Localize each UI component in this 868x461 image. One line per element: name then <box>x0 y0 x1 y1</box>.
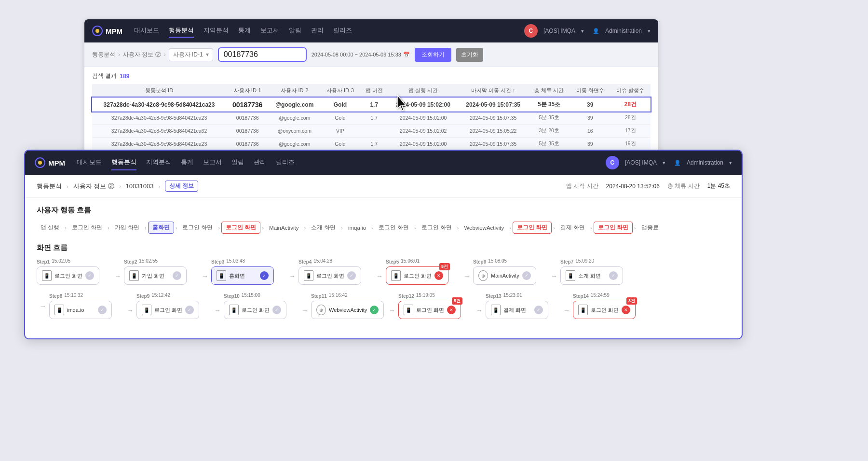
fg-nav-stats[interactable]: 통계 <box>181 155 193 170</box>
bg-user-chevron-icon[interactable]: ▾ <box>648 28 651 34</box>
bg-user-icon: 👤 <box>593 28 599 34</box>
fg-nav-behavior[interactable]: 행동분석 <box>111 155 136 170</box>
bg-nav-release[interactable]: 릴리즈 <box>333 24 352 38</box>
table-row[interactable]: 327a28dc-4a30-42c8-9c98-5d840421ca23 001… <box>92 138 651 151</box>
step-connector-arrow-icon: → <box>124 298 136 314</box>
flow-step[interactable]: 로그인 화면 <box>221 222 260 234</box>
bg-nav-dashboard[interactable]: 대시보드 <box>134 24 159 38</box>
fg-nav-region[interactable]: 지역분석 <box>146 155 171 170</box>
cell-id: 327a28dc-4a30-42c8-9c98-5d840421ca23 <box>92 138 226 151</box>
step-connector-arrow-icon: → <box>373 264 386 280</box>
bg-nav-region[interactable]: 지역분석 <box>203 24 229 38</box>
screen-step-num: Step11 <box>311 293 327 299</box>
fg-nav-manage[interactable]: 관리 <box>254 155 266 170</box>
cell-uid3: Gold <box>320 98 360 112</box>
cell-total: 5분 35초 <box>528 112 570 125</box>
flow-step[interactable]: 로그인 화면 <box>594 222 633 234</box>
cell-start: 2024-05-09 15:02:00 <box>388 138 458 151</box>
screen-step: Step115:02:05📱로그인 화면✓ <box>37 258 111 285</box>
bg-nav-report[interactable]: 보고서 <box>260 24 279 38</box>
flow-arrow-icon: › <box>63 225 68 231</box>
bg-chevron-down-icon[interactable]: ▾ <box>581 28 584 34</box>
flow-step[interactable]: 소개 화면 <box>307 222 339 233</box>
screen-card[interactable]: ⊕MainActivity✓ <box>473 266 536 285</box>
screen-step-num: Step4 <box>298 259 312 265</box>
screen-card[interactable]: 5건📱로그인 화면✕ <box>398 301 461 319</box>
bg-nav-alert[interactable]: 알림 <box>289 24 301 38</box>
flow-step[interactable]: 로그인 화면 <box>375 222 413 233</box>
screen-step: Step715:09:20📱소개 화면✓ <box>560 258 635 285</box>
screen-step-num: Step2 <box>124 259 137 265</box>
table-row[interactable]: 327a28dc-4a30-42c8-9c98-5d840421ca23 001… <box>92 112 651 125</box>
fg-nav-alert[interactable]: 알림 <box>231 155 244 170</box>
screen-card[interactable]: ⊕WebviewActivity✓ <box>311 301 384 319</box>
screen-card[interactable]: 3건📱로그인 화면✕ <box>573 301 636 319</box>
fg-user-icon: 👤 <box>674 160 681 166</box>
fg-user-chevron-icon[interactable]: ▾ <box>729 160 732 166</box>
flow-step[interactable]: imqa.io <box>344 223 370 233</box>
flow-step[interactable]: 로그인 화면 <box>418 222 456 233</box>
flow-step[interactable]: 가입 화면 <box>111 222 143 233</box>
bg-user-id-dropdown[interactable]: 사용자 ID-1 ▾ <box>169 48 213 61</box>
bg-col-start: 앱 실행 시간 <box>388 84 458 98</box>
cell-uid2: @google.com <box>269 98 320 112</box>
bg-reset-button[interactable]: 초기화 <box>456 48 483 62</box>
screen-step-time: 15:24:59 <box>591 293 610 298</box>
bg-table-header: 행동분석 ID 사용자 ID-1 사용자 ID-2 사용자 ID-3 앱 버전 … <box>92 84 651 98</box>
flow-step-label: imqa.io <box>344 223 370 233</box>
fg-org-chevron-icon[interactable]: ▾ <box>663 160 665 166</box>
screen-card[interactable]: 📱로그인 화면✓ <box>37 266 99 285</box>
fg-nav-report[interactable]: 보고서 <box>203 155 222 170</box>
flow-step[interactable]: 로그인 화면 <box>68 222 106 233</box>
screen-card[interactable]: 5건📱로그인 화면✕ <box>386 266 448 285</box>
screen-card-check-icon: ✕ <box>622 306 630 314</box>
flow-step[interactable]: 홈화면 <box>148 222 174 234</box>
screen-card[interactable]: 📱가입 화면✓ <box>124 266 187 285</box>
fg-screen-row2: →Step815:10:32📱imqa.io✓→Step915:12:42📱로그… <box>37 293 730 319</box>
table-row[interactable]: 327a28dc-4a30-42c8-9c98-5d840421ca23 001… <box>92 98 651 112</box>
screen-card[interactable]: 📱imqa.io✓ <box>49 301 112 319</box>
bg-nav-manage[interactable]: 관리 <box>311 24 324 38</box>
screen-card[interactable]: 📱홈화면✓ <box>211 266 274 285</box>
fg-nav-release[interactable]: 릴리즈 <box>276 155 295 170</box>
flow-step[interactable]: MainActivity <box>265 223 302 233</box>
cell-uid3: Gold <box>320 138 360 151</box>
phone-icon: 📱 <box>578 305 588 315</box>
bg-user-id-label: 사용자 ID-1 <box>173 51 203 59</box>
screen-card-label: 로그인 화면 <box>154 307 182 314</box>
phone-icon: 📱 <box>217 270 226 281</box>
screen-card[interactable]: 📱로그인 화면✓ <box>224 301 286 319</box>
screen-card-label: 로그인 화면 <box>54 272 82 279</box>
fg-nav-dashboard[interactable]: 대시보드 <box>77 155 102 170</box>
cell-start: 2024-05-09 15:02:02 <box>388 125 458 138</box>
flow-step[interactable]: 로그인 화면 <box>178 222 217 233</box>
screen-step-num: Step12 <box>398 293 414 299</box>
bg-search-input[interactable] <box>224 50 301 59</box>
screen-card-label: 소개 화면 <box>578 272 601 279</box>
flow-step[interactable]: 앱 실행 <box>37 222 63 233</box>
screen-card[interactable]: 📱결제 화면✓ <box>486 301 548 319</box>
cell-issues: 19건 <box>610 138 651 151</box>
flow-step[interactable]: 앱종료 <box>637 222 663 233</box>
flow-step[interactable]: 로그인 화면 <box>513 222 552 234</box>
flow-step-label: 앱종료 <box>637 222 663 233</box>
bg-search-button[interactable]: 조회하기 <box>415 48 451 62</box>
screen-card-check-icon: ✕ <box>447 306 456 314</box>
flow-arrow-icon: › <box>633 225 637 231</box>
fg-breadcrumb-userinfo: 사용자 정보 ② <box>73 182 114 191</box>
screen-card-label: 로그인 화면 <box>404 272 432 279</box>
step-connector-arrow-icon: → <box>286 264 298 280</box>
flow-arrow-icon: › <box>302 225 307 231</box>
bg-nav-behavior[interactable]: 행동분석 <box>169 24 194 38</box>
bg-calendar-icon[interactable]: 📅 <box>403 52 410 58</box>
table-row[interactable]: 327a28dc-4a30-42c8-9c98-5d840421ca62 001… <box>92 125 651 138</box>
screen-card[interactable]: 📱소개 화면✓ <box>560 266 623 285</box>
fg-detail-badge: 상세 정보 <box>165 181 198 192</box>
bg-nav-stats[interactable]: 통계 <box>238 24 251 38</box>
screen-card[interactable]: 📱로그인 화면✓ <box>136 301 199 319</box>
flow-step[interactable]: WebviewActivity <box>460 223 508 233</box>
fg-nav-items: 대시보드 행동분석 지역분석 통계 보고서 알림 관리 릴리즈 <box>77 155 295 170</box>
bg-col-uid3: 사용자 ID-3 <box>320 84 360 98</box>
screen-card[interactable]: 📱로그인 화면✓ <box>298 266 361 285</box>
flow-step[interactable]: 결제 화면 <box>556 222 589 233</box>
